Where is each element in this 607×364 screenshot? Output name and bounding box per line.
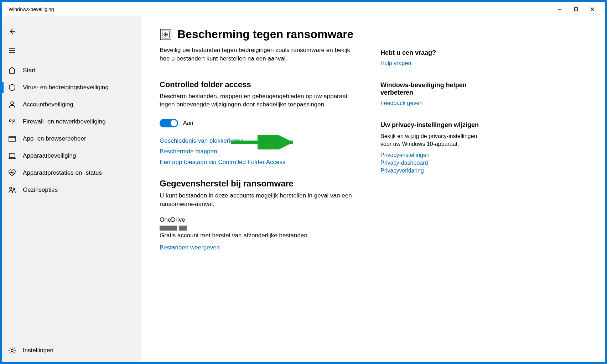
sidebar-item-label: Start bbox=[23, 67, 36, 74]
sidebar-item-label: Accountbeveiliging bbox=[23, 101, 73, 108]
sidebar: Start Virus- en bedreigingsbeveiliging A… bbox=[2, 16, 141, 362]
page-heading: Bescherming tegen ransomware bbox=[177, 28, 353, 41]
sidebar-item-settings[interactable]: Instellingen bbox=[2, 342, 141, 359]
cfa-heading: Controlled folder access bbox=[160, 80, 359, 89]
page-title: Bescherming tegen ransomware bbox=[160, 28, 359, 41]
aside-panel: Hebt u een vraag? Hulp vragen Windows-be… bbox=[380, 28, 487, 362]
maximize-button[interactable] bbox=[568, 4, 584, 15]
app-window: Windows-beveiliging bbox=[2, 2, 605, 362]
svg-point-19 bbox=[165, 34, 166, 35]
shield-icon bbox=[8, 83, 16, 92]
onedrive-desc: Gratis account met herstel van afzonderl… bbox=[160, 232, 359, 239]
sidebar-item-label: Gezinsopties bbox=[23, 186, 58, 194]
sidebar-item-account[interactable]: Accountbeveiliging bbox=[2, 96, 141, 113]
aside-improve-heading: Windows-beveiliging helpen verbeteren bbox=[380, 81, 487, 96]
link-block-history[interactable]: Geschiedenis van blokkeringen bbox=[160, 137, 359, 144]
sidebar-item-appbrowser[interactable]: App- en browserbeheer bbox=[2, 130, 141, 147]
toggle-knob bbox=[171, 120, 177, 126]
link-get-help[interactable]: Hulp vragen bbox=[380, 60, 487, 67]
close-button[interactable] bbox=[584, 4, 601, 15]
link-protected-folders[interactable]: Beschermde mappen bbox=[160, 148, 359, 155]
cfa-toggle-row: Aan bbox=[160, 119, 359, 127]
cfa-toggle-label: Aan bbox=[183, 120, 193, 126]
link-privacy-settings[interactable]: Privacy-instellingen bbox=[380, 152, 487, 158]
link-feedback[interactable]: Feedback geven bbox=[380, 100, 487, 106]
home-icon bbox=[8, 66, 16, 75]
svg-rect-8 bbox=[9, 136, 15, 141]
sidebar-item-label: Apparaatprestaties en -status bbox=[23, 169, 102, 176]
onedrive-label: OneDrive bbox=[160, 216, 359, 223]
titlebar: Windows-beveiliging bbox=[2, 2, 605, 16]
onedrive-redacted bbox=[160, 226, 359, 231]
ransomware-icon bbox=[160, 28, 172, 41]
network-icon bbox=[8, 117, 16, 126]
sidebar-item-family[interactable]: Gezinsopties bbox=[2, 181, 141, 199]
person-icon bbox=[8, 100, 16, 109]
cfa-description: Bescherm bestanden, mappen en geheugenge… bbox=[160, 92, 359, 109]
svg-point-13 bbox=[13, 188, 15, 190]
sidebar-item-label: Instellingen bbox=[23, 347, 53, 354]
minimize-button[interactable] bbox=[551, 4, 568, 15]
sidebar-item-label: Apparaatbeveiliging bbox=[23, 152, 76, 159]
device-security-icon bbox=[8, 152, 16, 160]
link-allow-app[interactable]: Een app toestaan via Controlled Folder A… bbox=[160, 159, 359, 166]
sidebar-item-label: Firewall- en netwerkbeveiliging bbox=[23, 118, 105, 125]
svg-point-7 bbox=[11, 102, 14, 105]
sidebar-item-health[interactable]: Apparaatprestaties en -status bbox=[2, 164, 141, 181]
recovery-heading: Gegevensherstel bij ransomware bbox=[160, 179, 359, 189]
family-icon bbox=[8, 186, 16, 194]
link-privacy-dashboard[interactable]: Privacy-dashboard bbox=[380, 160, 487, 166]
sidebar-item-label: App- en browserbeheer bbox=[23, 135, 86, 142]
aside-privacy-desc: Bekijk en wijzig de privacy-instellingen… bbox=[380, 132, 487, 148]
svg-point-12 bbox=[10, 187, 12, 189]
sidebar-item-home[interactable]: Start bbox=[2, 62, 141, 79]
window-controls bbox=[551, 4, 601, 15]
main-content: Bescherming tegen ransomware Beveilig uw… bbox=[141, 16, 605, 362]
recovery-description: U kunt bestanden in deze accounts mogeli… bbox=[160, 191, 359, 209]
hamburger-button[interactable] bbox=[4, 42, 21, 59]
page-description: Beveilig uw bestanden tegen bedreigingen… bbox=[160, 46, 359, 63]
svg-point-14 bbox=[11, 349, 13, 352]
app-browser-icon bbox=[8, 134, 16, 143]
window-title: Windows-beveiliging bbox=[6, 6, 54, 12]
back-button[interactable] bbox=[4, 23, 21, 40]
aside-privacy-heading: Uw privacy-instellingen wijzigen bbox=[380, 121, 487, 129]
sidebar-item-virus[interactable]: Virus- en bedreigingsbeveiliging bbox=[2, 79, 141, 96]
gear-icon bbox=[8, 346, 16, 355]
svg-rect-10 bbox=[9, 154, 15, 158]
sidebar-item-label: Virus- en bedreigingsbeveiliging bbox=[23, 84, 109, 91]
heart-icon bbox=[8, 169, 16, 177]
sidebar-item-device[interactable]: Apparaatbeveiliging bbox=[2, 147, 141, 164]
aside-question-heading: Hebt u een vraag? bbox=[380, 49, 487, 57]
cfa-toggle[interactable] bbox=[160, 119, 178, 127]
nav-list: Start Virus- en bedreigingsbeveiliging A… bbox=[2, 62, 141, 362]
link-privacy-statement[interactable]: Privacyverklaring bbox=[380, 168, 487, 174]
link-view-files[interactable]: Bestanden weergeven bbox=[160, 244, 359, 251]
sidebar-item-firewall[interactable]: Firewall- en netwerkbeveiliging bbox=[2, 113, 141, 130]
svg-rect-1 bbox=[575, 8, 578, 11]
